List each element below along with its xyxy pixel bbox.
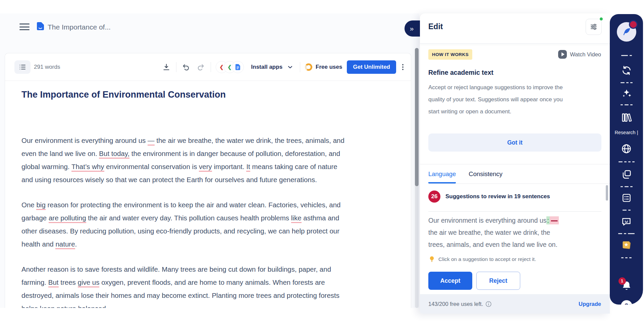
doc-text: trees: [59, 278, 78, 286]
sidebar-item-ai-tools[interactable]: [610, 88, 643, 99]
doc-text: environmental conservation is: [104, 163, 199, 170]
got-it-button[interactable]: Got it: [428, 133, 601, 152]
reject-button[interactable]: Reject: [476, 272, 520, 290]
suggestion-underlined-text[interactable]: big: [36, 201, 45, 210]
trinka-logo: [617, 22, 636, 42]
more-options-icon[interactable]: [401, 63, 405, 71]
suggestion-sentence-text: the air we breathe, the water we drink, …: [428, 229, 550, 236]
clipped-label-fragment: [610, 185, 643, 188]
suggestion-underlined-text[interactable]: like: [291, 214, 302, 223]
suggestion-underlined-text[interactable]: But today,: [99, 150, 129, 159]
copy-icon: [621, 169, 632, 180]
suggestion-underlined-text[interactable]: give us: [78, 278, 100, 287]
suggestion-card[interactable]: Our environment is everything around us:…: [428, 211, 601, 251]
hamburger-menu-icon[interactable]: [19, 23, 30, 31]
doc-text: and using resources wisely so that we ca…: [21, 176, 317, 183]
chevron-down-icon[interactable]: [285, 62, 295, 72]
sync-icon: [621, 65, 632, 76]
document-icon: [37, 22, 44, 31]
doc-text: the air and water every day. This pollut…: [86, 214, 291, 222]
refine-desc-line: Accept or reject language suggestions to…: [428, 82, 563, 94]
suggestion-delete-chip[interactable]: —: [550, 216, 559, 224]
clipped-label-fragment: [610, 257, 643, 259]
sidebar-item-checks[interactable]: [610, 193, 643, 203]
doc-text: garbage: [21, 214, 49, 222]
chat-bubble-icon: [621, 216, 632, 227]
doc-line: Our environment is everything around us …: [21, 134, 344, 147]
suggestions-count-badge: 26: [428, 191, 440, 203]
sidebar-item-chat-pdf[interactable]: [610, 216, 643, 227]
doc-line: and using resources wisely so that we ca…: [21, 173, 344, 186]
suggestion-underlined-text[interactable]: nature: [55, 240, 75, 249]
settings-sliders-button[interactable]: [586, 19, 602, 35]
suggestion-underlined-text[interactable]: It: [246, 163, 250, 172]
info-icon[interactable]: [485, 301, 492, 307]
doc-line: global warming. That’s why environmental…: [21, 160, 344, 173]
sidebar-label-research[interactable]: Research |: [610, 130, 643, 135]
undo-icon[interactable]: [181, 62, 191, 72]
doc-text: the environment is in danger because of …: [129, 150, 340, 157]
install-apps-button[interactable]: Install apps: [251, 64, 283, 70]
refine-section-description: Accept or reject language suggestions to…: [428, 82, 563, 118]
doc-text: One: [21, 201, 36, 209]
help-button[interactable]: ?: [610, 300, 643, 305]
get-unlimited-button[interactable]: Get Unlimited: [347, 60, 396, 74]
play-icon: [558, 50, 567, 59]
sidebar-item-edit[interactable]: [610, 22, 643, 42]
watch-video-button[interactable]: Watch Video: [558, 50, 601, 59]
document-toolbar: 291 words ❮ ❮: [5, 53, 411, 81]
clipped-label-fragment: [610, 232, 643, 235]
sidebar-item-duplicate-check[interactable]: [610, 169, 643, 180]
doc-line: helps keep nature balanced: [21, 302, 339, 308]
clipped-label-fragment: [610, 209, 643, 211]
download-icon[interactable]: [161, 62, 171, 72]
quill-pen-icon: [622, 27, 632, 37]
sidebar-item-research[interactable]: [610, 112, 643, 123]
accept-button[interactable]: Accept: [428, 272, 472, 290]
upgrade-link[interactable]: Upgrade: [579, 301, 601, 307]
tab-language[interactable]: Language: [428, 166, 456, 183]
refine-section-title: Refine academic text: [428, 69, 493, 76]
toolbar-divider: [211, 62, 211, 72]
sidebar-item-paraphraser[interactable]: [610, 65, 643, 76]
document-paragraph: Another reason is to save forests and wi…: [21, 263, 339, 308]
suggestion-sentence-line: the air we breathe, the water we drink, …: [428, 226, 601, 238]
suggestion-underlined-text[interactable]: But: [48, 278, 59, 287]
notifications-button[interactable]: 1: [610, 280, 643, 293]
logo-notification-badge: [629, 20, 638, 29]
doc-text: global warming.: [21, 163, 71, 170]
doc-text: Another reason is to save forests and wi…: [21, 265, 331, 273]
main-scrollbar-thumb[interactable]: [415, 48, 419, 186]
sidebar-item-favorites[interactable]: [610, 239, 643, 251]
suggestion-underlined-text[interactable]: are polluting: [49, 214, 86, 223]
doc-text: important.: [212, 163, 247, 170]
doc-line: other diseases. By reducing pollution, u…: [21, 224, 341, 237]
suggestion-sentence-text: Our environment is everything around us: [428, 217, 546, 224]
google-docs-app-icon: [232, 61, 244, 73]
checklist-icon: [621, 193, 632, 203]
suggestion-sentence-line: Our environment is everything around us:…: [428, 214, 601, 226]
doc-text: oxygen, prevent floods, and are home to …: [99, 278, 325, 286]
doc-text: farming.: [21, 278, 48, 286]
outline-list-button[interactable]: [14, 60, 31, 74]
app-badges: ❮ ❮: [216, 61, 244, 73]
doc-text: helps keep nature balanced: [21, 305, 106, 308]
panel-scrollbar-thumb[interactable]: [606, 185, 608, 201]
suggestion-insert-chip[interactable]: :: [546, 216, 549, 224]
doc-line: One big reason for protecting the enviro…: [21, 198, 341, 211]
document-heading: The Importance of Environmental Conserva…: [21, 90, 226, 100]
document-card: 291 words ❮ ❮: [5, 53, 411, 308]
suggestion-underlined-text[interactable]: That’s why: [71, 163, 104, 172]
doc-line: garbage are polluting the air and water …: [21, 211, 341, 224]
clipped-label-fragment: [610, 104, 643, 106]
doc-text: the air we breathe, the water we drink, …: [155, 137, 344, 144]
panel-divider: [420, 164, 610, 164]
redo-icon[interactable]: [196, 62, 206, 72]
sidebar-item-translate[interactable]: [610, 143, 643, 154]
refine-desc-line: quality of your text. Suggestions will a…: [428, 94, 563, 106]
document-title-breadcrumb[interactable]: The Importance of...: [48, 23, 111, 31]
suggestion-underlined-text[interactable]: —: [148, 137, 155, 146]
tab-consistency[interactable]: Consistency: [469, 166, 502, 183]
suggestion-underlined-text[interactable]: very: [199, 163, 212, 172]
collapse-panel-button[interactable]: »: [405, 20, 420, 37]
